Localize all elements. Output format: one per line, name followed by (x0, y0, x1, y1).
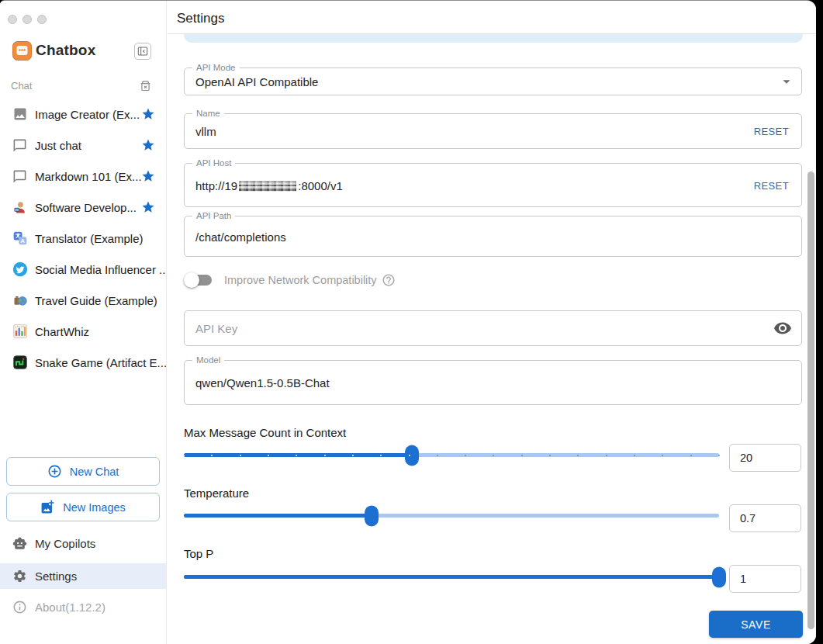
slider-mark (634, 455, 635, 456)
chat-item[interactable]: Software Develop... (0, 192, 166, 223)
window-controls (8, 15, 47, 24)
clear-conversations-icon[interactable] (139, 79, 152, 92)
chatbox-logo-icon (11, 40, 33, 63)
api-host-reset-button[interactable]: RESET (754, 179, 789, 191)
api-host-label: API Host (192, 158, 235, 168)
new-images-label: New Images (63, 501, 126, 514)
api-mode-value: OpenAI API Compatible (195, 75, 318, 88)
page-title: Settings (177, 11, 224, 26)
toggle-knob (184, 272, 199, 288)
slider-mark (183, 455, 185, 456)
show-password-button[interactable] (773, 319, 792, 338)
max-message-count-label: Max Message Count in Context (184, 426, 346, 439)
chat-item-label: Travel Guide (Example) (35, 294, 157, 307)
sidebar-item-label: About(1.12.2) (35, 601, 105, 614)
chat-item[interactable]: ChartWhiz (0, 316, 166, 347)
new-images-button[interactable]: New Images (6, 493, 160, 521)
max-message-count-value[interactable]: 20 (729, 444, 801, 472)
snake-icon (12, 355, 28, 370)
sidebar-item-settings[interactable]: Settings (0, 563, 166, 589)
slider-thumb[interactable] (365, 505, 379, 526)
chat-item[interactable]: ATranslator (Example) (0, 223, 166, 254)
name-label: Name (192, 108, 224, 119)
slider-thumb[interactable] (405, 445, 419, 466)
star-icon[interactable] (141, 169, 155, 183)
slider-mark (662, 455, 663, 456)
max-message-count-slider[interactable] (184, 453, 719, 457)
chat-item[interactable]: Just chat (0, 130, 166, 161)
chat-bubble-icon (12, 137, 28, 153)
api-mode-label: API Mode (192, 62, 240, 73)
image-plus-icon (40, 500, 55, 514)
app-title: Chatbox (36, 42, 95, 59)
name-input[interactable]: Name vllm RESET (184, 113, 802, 149)
help-icon[interactable] (382, 273, 396, 287)
chart-icon (12, 324, 28, 339)
chat-item-label: Image Creator (Ex... (35, 108, 140, 121)
sidebar-item-label: Settings (35, 570, 77, 583)
chat-section-label: Chat (11, 80, 32, 92)
slider-mark (465, 455, 466, 456)
slider-fill (184, 453, 412, 457)
slider-mark (549, 455, 551, 456)
slider-mark (718, 455, 720, 456)
new-chat-button[interactable]: New Chat (6, 457, 160, 486)
slider-fill (184, 514, 372, 518)
chat-item[interactable]: Travel Guide (Example) (0, 285, 166, 316)
minimize-button[interactable] (22, 15, 32, 24)
translator-icon: A (12, 230, 28, 246)
info-icon (12, 600, 27, 615)
chat-list: Image Creator (Ex...Just chatMarkdown 10… (0, 99, 166, 378)
top-p-slider[interactable] (184, 575, 719, 579)
chat-item-label: Just chat (35, 139, 81, 152)
zoom-button[interactable] (37, 15, 47, 24)
chat-item-label: Software Develop... (35, 201, 137, 214)
api-mode-select[interactable]: API Mode OpenAI API Compatible (184, 68, 802, 95)
network-compatibility-toggle[interactable] (184, 272, 213, 288)
api-key-placeholder: API Key (195, 322, 237, 335)
star-icon[interactable] (141, 107, 155, 121)
star-icon[interactable] (141, 200, 155, 214)
chat-item[interactable]: Markdown 101 (Ex... (0, 161, 166, 192)
api-host-value: http://19:8000/v1 (195, 178, 343, 192)
api-path-value: /chat/completions (195, 230, 286, 243)
model-input[interactable]: Model qwen/Qwen1.5-0.5B-Chat (184, 360, 802, 405)
sidebar: Chatbox Chat Image Creator (Ex...Just ch… (0, 1, 167, 644)
sidebar-item-about[interactable]: About(1.12.2) (0, 594, 166, 619)
slider-mark (211, 455, 213, 456)
temperature-slider[interactable] (184, 514, 719, 518)
collapse-sidebar-icon (137, 45, 149, 57)
slider-mark (268, 455, 269, 456)
slider-mark (324, 455, 326, 456)
name-reset-button[interactable]: RESET (754, 126, 789, 137)
sidebar-item-my-copilots[interactable]: My Copilots (0, 531, 166, 556)
top-p-value[interactable]: 1 (729, 565, 801, 593)
close-button[interactable] (8, 15, 17, 24)
chat-item-label: Translator (Example) (35, 232, 143, 245)
twitter-icon (12, 261, 28, 277)
api-path-label: API Path (192, 210, 235, 221)
new-chat-label: New Chat (70, 466, 119, 478)
api-host-input[interactable]: API Host http://19:8000/v1 RESET (184, 163, 802, 207)
scrollbar-thumb[interactable] (807, 171, 814, 629)
chat-item[interactable]: Social Media Influencer ... (0, 254, 166, 285)
sidebar-item-label: My Copilots (35, 537, 95, 550)
slider-mark (352, 455, 354, 456)
chat-item-label: ChartWhiz (35, 325, 89, 338)
slider-thumb[interactable] (712, 566, 726, 587)
chat-bubble-icon (12, 168, 28, 184)
chat-item[interactable]: Snake Game (Artifact E... (0, 347, 166, 378)
settings-panel: Settings API Mode OpenAI API Compatible … (168, 1, 816, 644)
gear-icon (12, 569, 27, 583)
api-key-input[interactable]: API Key (184, 310, 802, 346)
chat-section-header: Chat (0, 79, 166, 93)
tab-highlight-remnant (184, 34, 803, 43)
save-button[interactable]: SAVE (709, 611, 803, 638)
model-label: Model (192, 355, 224, 365)
temperature-label: Temperature (184, 486, 249, 500)
star-icon[interactable] (141, 138, 155, 152)
collapse-sidebar-button[interactable] (134, 43, 151, 60)
api-path-input[interactable]: API Path /chat/completions (184, 216, 802, 257)
chat-item[interactable]: Image Creator (Ex... (0, 99, 166, 130)
temperature-value[interactable]: 0.7 (729, 504, 801, 532)
